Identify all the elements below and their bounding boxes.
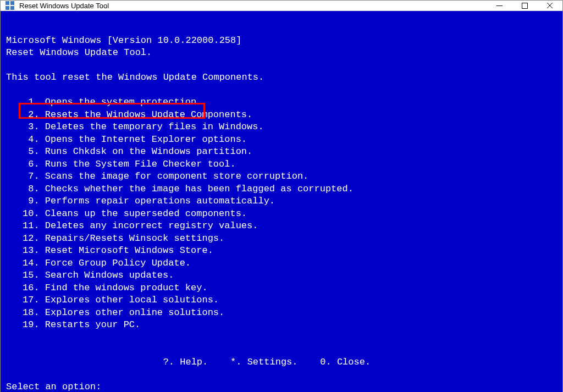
svg-rect-2 [5,6,9,10]
header-toolname: Reset Windows Update Tool. [6,47,152,58]
menu-item-1: 1. Opens the system protection. [23,97,202,107]
titlebar: Reset Windows Update Tool [1,1,562,11]
app-window: Reset Windows Update Tool Microsoft Wind… [0,0,563,392]
menu-item-7: 7. Scans the image for component store c… [23,171,308,181]
header-version: Microsoft Windows [Version 10.0.22000.25… [6,35,241,46]
footer-options: ?. Help. *. Settings. 0. Close. [6,357,371,367]
menu-item-15: 15. Search Windows updates. [23,270,174,280]
menu-item-13: 13. Reset Microsoft Windows Store. [23,245,213,256]
menu-item-10: 10. Cleans up the superseded components. [23,208,247,219]
menu-item-19: 19. Restarts your PC. [23,319,140,330]
svg-rect-5 [522,3,527,8]
close-button[interactable] [537,1,562,10]
menu-item-5: 5. Runs Chkdsk on the Windows partition. [23,146,252,157]
menu-item-17: 17. Explores other local solutions. [23,295,219,305]
menu-item-4: 4. Opens the Internet Explorer options. [23,134,247,145]
svg-rect-3 [10,6,14,10]
input-prompt: Select an option: [6,382,107,392]
menu-list: 1. Opens the system protection. 2. Reset… [6,96,557,332]
maximize-button[interactable] [512,1,537,10]
app-icon [5,1,15,10]
menu-item-12: 12. Repairs/Resets Winsock settings. [23,233,224,244]
menu-item-16: 16. Find the windows product key. [23,283,208,293]
menu-item-8: 8. Checks whether the image has been fla… [23,184,354,194]
menu-item-6: 6. Runs the System File Checker tool. [23,159,236,169]
menu-item-9: 9. Performs repair operations automatica… [23,196,275,206]
minimize-button[interactable] [487,1,512,10]
menu-item-11: 11. Deletes any incorrect registry value… [23,220,258,231]
menu-item-2: 2. Resets the Windows Update Components. [23,109,252,120]
svg-rect-1 [10,1,14,5]
menu-item-18: 18. Explores other online solutions. [23,307,224,318]
header-description: This tool reset the Windows Update Compo… [6,72,264,82]
menu-item-14: 14. Force Group Policy Update. [23,258,191,268]
svg-rect-0 [5,1,9,5]
console-area[interactable]: Microsoft Windows [Version 10.0.22000.25… [1,11,562,392]
window-controls [487,1,562,10]
window-title: Reset Windows Update Tool [19,2,487,10]
menu-item-3: 3. Deletes the temporary files in Window… [23,122,264,132]
